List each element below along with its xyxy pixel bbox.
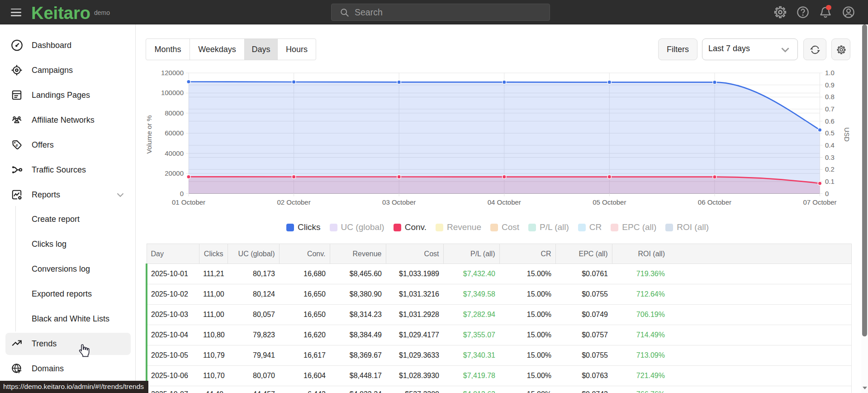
svg-text:Volume or %: Volume or %	[145, 115, 153, 153]
svg-text:0.8: 0.8	[825, 93, 835, 101]
svg-text:0.9: 0.9	[825, 81, 835, 89]
svg-text:06 October: 06 October	[698, 198, 731, 206]
svg-text:80000: 80000	[165, 109, 184, 117]
svg-text:20000: 20000	[165, 169, 184, 177]
svg-text:60000: 60000	[165, 129, 184, 137]
svg-text:05 October: 05 October	[593, 198, 626, 206]
svg-text:0: 0	[180, 190, 184, 197]
svg-text:04 October: 04 October	[488, 198, 521, 206]
svg-text:07 October: 07 October	[803, 198, 836, 206]
svg-text:0.2: 0.2	[825, 165, 835, 173]
svg-text:0.5: 0.5	[825, 129, 835, 137]
svg-text:120000: 120000	[161, 69, 184, 77]
svg-text:01 October: 01 October	[172, 198, 205, 206]
svg-text:03 October: 03 October	[382, 198, 416, 206]
svg-text:0.1: 0.1	[825, 177, 835, 185]
svg-text:0.4: 0.4	[825, 141, 835, 149]
svg-text:0.6: 0.6	[825, 117, 835, 125]
svg-text:100000: 100000	[161, 89, 184, 96]
svg-text:0.3: 0.3	[825, 153, 835, 161]
svg-text:0: 0	[825, 190, 829, 197]
svg-text:40000: 40000	[165, 149, 184, 157]
svg-text:USD: USD	[843, 127, 851, 142]
svg-text:02 October: 02 October	[277, 198, 310, 206]
svg-text:0.7: 0.7	[825, 105, 835, 113]
svg-text:1.0: 1.0	[825, 69, 835, 77]
